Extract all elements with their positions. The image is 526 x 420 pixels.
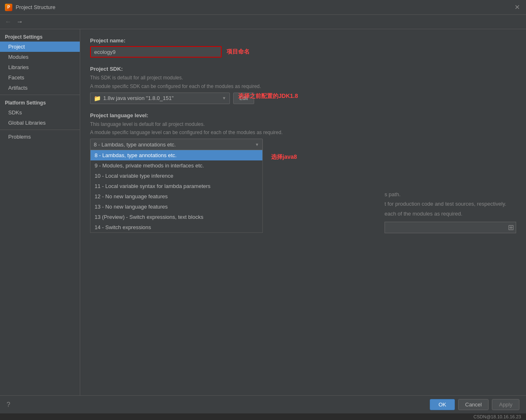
dropdown-option-1[interactable]: 9 - Modules, private methods in interfac… bbox=[90, 160, 262, 171]
sdk-label: Project SDK: bbox=[90, 66, 516, 72]
sidebar: Project Settings Project Modules Librari… bbox=[0, 29, 80, 395]
sidebar-item-artifacts[interactable]: Artifacts bbox=[0, 83, 80, 93]
main-content: Project Settings Project Modules Librari… bbox=[0, 29, 526, 395]
title-bar-left: P Project Structure bbox=[5, 4, 56, 11]
forward-arrow[interactable]: → bbox=[15, 17, 25, 26]
status-text: CSDN@18.10.16.16.23 bbox=[473, 414, 521, 419]
project-name-input[interactable] bbox=[90, 46, 222, 58]
close-button[interactable]: ✕ bbox=[513, 3, 521, 12]
sidebar-item-modules[interactable]: Modules bbox=[0, 52, 80, 62]
sdk-section: Project SDK: This SDK is default for all… bbox=[90, 66, 516, 104]
language-level-desc2: A module specific language level can be … bbox=[90, 129, 516, 136]
partial-content: s path. t for production code and test s… bbox=[385, 190, 516, 233]
project-settings-section: Project Settings bbox=[0, 31, 80, 42]
sidebar-item-libraries[interactable]: Libraries bbox=[0, 62, 80, 72]
sidebar-item-facets[interactable]: Facets bbox=[0, 72, 80, 83]
dropdown-option-6[interactable]: 13 (Preview) - Switch expressions, text … bbox=[90, 212, 262, 222]
dropdown-option-2[interactable]: 10 - Local variable type inference bbox=[90, 171, 262, 181]
language-annotation: 选择java8 bbox=[271, 153, 297, 161]
partial-text-2: t for production code and test sources, … bbox=[385, 199, 516, 209]
project-name-annotation: 项目命名 bbox=[227, 48, 250, 56]
nav-arrows: ← → bbox=[0, 15, 526, 29]
partial-text-1: s path. bbox=[385, 190, 516, 199]
sdk-desc2: A module specific SDK can be configured … bbox=[90, 83, 516, 90]
dropdown-selected-value: 8 - Lambdas, type annotations etc. bbox=[94, 142, 176, 148]
sidebar-item-project[interactable]: Project bbox=[0, 42, 80, 52]
sidebar-divider bbox=[0, 95, 80, 95]
dropdown-display[interactable]: 8 - Lambdas, type annotations etc. ▼ bbox=[90, 139, 263, 150]
dropdown-option-0[interactable]: 8 - Lambdas, type annotations etc. bbox=[90, 150, 262, 160]
project-structure-dialog: P Project Structure ✕ ← → Project Settin… bbox=[0, 0, 526, 420]
partial-text-3: each of the modules as required. bbox=[385, 209, 516, 218]
bottom-bar: ? OK Cancel Apply bbox=[0, 395, 526, 413]
dropdown-options-list: 8 - Lambdas, type annotations etc. 9 - M… bbox=[90, 150, 263, 233]
sdk-desc1: This SDK is default for all project modu… bbox=[90, 74, 516, 81]
sdk-annotation: 选择之前配置的JDK1.8 bbox=[238, 93, 298, 100]
app-icon: P bbox=[5, 4, 12, 11]
back-arrow[interactable]: ← bbox=[3, 17, 13, 26]
sdk-folder-icon: 📁 bbox=[94, 95, 101, 102]
dialog-title: Project Structure bbox=[16, 4, 56, 10]
dropdown-option-7[interactable]: 14 - Switch expressions bbox=[90, 222, 262, 232]
apply-button[interactable]: Apply bbox=[492, 399, 519, 410]
sdk-select-inner: 📁 1.8w java version "1.8.0_151" bbox=[94, 95, 220, 102]
language-level-desc1: This language level is default for all p… bbox=[90, 121, 516, 128]
dropdown-option-4[interactable]: 12 - No new language features bbox=[90, 191, 262, 202]
language-level-dropdown[interactable]: 8 - Lambdas, type annotations etc. ▼ 8 -… bbox=[90, 139, 263, 150]
sidebar-item-global-libraries[interactable]: Global Libraries bbox=[0, 118, 80, 128]
title-bar: P Project Structure ✕ bbox=[0, 0, 526, 15]
language-level-section: Project language level: This language le… bbox=[90, 112, 516, 151]
cancel-button[interactable]: Cancel bbox=[458, 399, 489, 410]
dropdown-option-5[interactable]: 13 - No new language features bbox=[90, 202, 262, 212]
platform-settings-section: Platform Settings bbox=[0, 97, 80, 107]
language-level-label: Project language level: bbox=[90, 112, 516, 118]
project-name-row: 项目命名 bbox=[90, 46, 516, 58]
help-icon[interactable]: ? bbox=[7, 401, 10, 408]
dropdown-option-3[interactable]: 11 - Local variable syntax for lambda pa… bbox=[90, 181, 262, 191]
dropdown-arrow-icon: ▼ bbox=[255, 142, 259, 147]
content-panel: Project name: 项目命名 Project SDK: This SDK… bbox=[80, 29, 526, 395]
project-name-label: Project name: bbox=[90, 37, 516, 44]
ok-button[interactable]: OK bbox=[430, 399, 455, 410]
sidebar-item-sdks[interactable]: SDKs bbox=[0, 107, 80, 118]
sidebar-item-problems[interactable]: Problems bbox=[0, 132, 80, 142]
project-name-section: Project name: 项目命名 bbox=[90, 37, 516, 58]
sidebar-divider-2 bbox=[0, 130, 80, 130]
status-bar: CSDN@18.10.16.16.23 bbox=[0, 413, 526, 420]
sdk-value-text: 1.8w java version "1.8.0_151" bbox=[103, 95, 174, 101]
bottom-buttons: OK Cancel Apply bbox=[430, 399, 519, 410]
sdk-selector[interactable]: 📁 1.8w java version "1.8.0_151" bbox=[90, 93, 230, 104]
